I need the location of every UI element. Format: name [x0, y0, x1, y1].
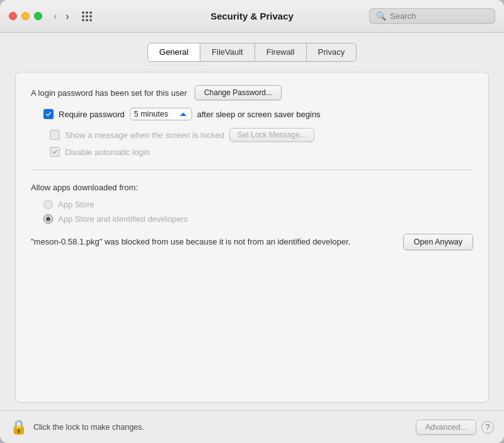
time-select-wrapper[interactable]: immediately 5 seconds 1 minute 5 minutes…	[130, 108, 192, 120]
radio-app-store-row: App Store	[31, 200, 473, 209]
general-panel: A login password has been set for this u…	[15, 72, 489, 403]
checkmark-icon	[45, 111, 52, 117]
tab-bar: General FileVault Firewall Privacy	[15, 43, 489, 62]
nav-buttons: ‹ ›	[51, 10, 72, 23]
forward-button[interactable]: ›	[63, 10, 71, 23]
disable-autologin-checkbox[interactable]	[50, 147, 60, 157]
lock-label: Click the lock to make changes.	[33, 423, 416, 432]
bottom-bar: 🔒 Click the lock to make changes. Advanc…	[0, 410, 504, 443]
traffic-lights	[9, 12, 42, 20]
select-arrow-icon: ⏶	[179, 110, 188, 118]
time-select[interactable]: immediately 5 seconds 1 minute 5 minutes…	[134, 110, 176, 118]
section-divider	[31, 170, 473, 170]
tab-filevault[interactable]: FileVault	[200, 43, 255, 62]
require-password-label: Require password	[59, 110, 125, 119]
checkmark-gray-icon	[52, 149, 58, 155]
radio-app-store-identified-label: App Store and identified developers	[58, 214, 188, 224]
disable-autologin-row: Disable automatic login	[31, 147, 473, 157]
require-password-row: Require password immediately 5 seconds 1…	[31, 108, 473, 120]
advanced-button[interactable]: Advanced...	[416, 420, 476, 435]
search-box[interactable]: 🔍	[369, 8, 495, 24]
open-anyway-button[interactable]: Open Anyway	[403, 234, 473, 250]
disable-autologin-label: Disable automatic login	[65, 147, 149, 157]
tab-general[interactable]: General	[147, 43, 200, 62]
help-button[interactable]: ?	[481, 421, 494, 434]
main-window: ‹ › Security & Privacy 🔍 General FileVau…	[0, 0, 504, 443]
login-password-label: A login password has been set for this u…	[31, 88, 187, 98]
tab-firewall[interactable]: Firewall	[255, 43, 307, 62]
lock-icon[interactable]: 🔒	[10, 419, 27, 435]
radio-app-store-label: App Store	[58, 200, 94, 209]
login-password-row: A login password has been set for this u…	[31, 85, 473, 100]
after-sleep-label: after sleep or screen saver begins	[197, 110, 321, 119]
require-password-checkbox[interactable]	[43, 109, 54, 119]
grid-icon	[82, 11, 92, 21]
change-password-button[interactable]: Change Password...	[195, 85, 282, 100]
close-button[interactable]	[9, 12, 17, 20]
grid-menu-button[interactable]	[79, 10, 94, 23]
content-area: General FileVault Firewall Privacy A log…	[0, 33, 504, 410]
radio-app-store-identified-row: App Store and identified developers	[31, 214, 473, 224]
show-message-label: Show a message when the screen is locked	[65, 130, 224, 140]
search-icon: 🔍	[376, 11, 386, 21]
set-lock-message-button[interactable]: Set Lock Message...	[229, 128, 314, 142]
title-bar: ‹ › Security & Privacy 🔍	[0, 0, 504, 33]
blocked-message-text: "meson-0.58.1.pkg" was blocked from use …	[31, 236, 393, 248]
minimize-button[interactable]	[21, 12, 30, 20]
search-input[interactable]	[390, 11, 488, 21]
show-message-row: Show a message when the screen is locked…	[31, 128, 473, 142]
radio-app-store[interactable]	[43, 200, 53, 209]
allow-apps-title: Allow apps downloaded from:	[31, 183, 473, 192]
tab-privacy[interactable]: Privacy	[307, 43, 357, 62]
window-title: Security & Privacy	[210, 11, 294, 21]
back-button[interactable]: ‹	[51, 10, 59, 23]
radio-app-store-identified[interactable]	[43, 214, 53, 224]
blocked-message-row: "meson-0.58.1.pkg" was blocked from use …	[31, 234, 473, 250]
show-message-checkbox[interactable]	[50, 130, 60, 140]
maximize-button[interactable]	[34, 12, 42, 20]
